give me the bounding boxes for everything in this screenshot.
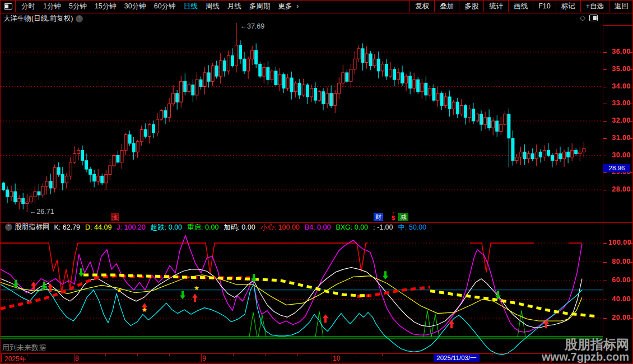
candle-up	[219, 60, 222, 76]
candle-down	[377, 59, 380, 71]
menu-item-11[interactable]: 更多	[278, 2, 292, 11]
candle-down	[531, 153, 534, 158]
candle-up	[160, 111, 163, 119]
diamond-icon[interactable]: ◇	[580, 13, 585, 22]
menu-item-5[interactable]: 30分钟	[124, 2, 146, 11]
candle-up	[251, 50, 254, 59]
sell-arrow-down	[13, 279, 18, 288]
indicator-chevron-icon[interactable]: ˇ	[5, 223, 12, 231]
yellow-ladder	[83, 275, 369, 296]
menu-item-7[interactable]: 日线	[184, 2, 198, 11]
candle-down	[547, 150, 550, 155]
candle-down	[385, 64, 388, 77]
candle-down	[290, 78, 293, 92]
price-label-35.00: 35.00	[608, 65, 631, 73]
indicator-value-5: 重启: 0.00	[187, 223, 218, 231]
candle-up	[34, 192, 36, 197]
menu-item-2[interactable]: 1分钟	[43, 2, 61, 11]
menu-right-item-6[interactable]: F10	[533, 1, 556, 12]
candle-down	[81, 150, 84, 160]
candle-up	[326, 94, 329, 104]
price-label-33.00: 33.00	[608, 99, 631, 107]
menu-item-4[interactable]: 15分钟	[95, 2, 117, 11]
time-tick-major	[332, 354, 332, 362]
candle-up	[302, 85, 305, 95]
page-title: 大洋生物(日线.前复权)	[3, 14, 73, 24]
indicator-value-3: J: 100.20	[117, 223, 145, 231]
time-axis-bar[interactable]: 2025年89102025/11/03/一	[1, 353, 552, 362]
candle-down	[567, 152, 570, 157]
dollar-up-badge[interactable]: ↑$	[392, 212, 395, 221]
candle-down	[488, 118, 491, 128]
candle-down	[255, 50, 258, 64]
green-spike	[431, 314, 439, 337]
candle-up	[69, 162, 72, 176]
layout-toggle-button[interactable]	[1, 1, 16, 12]
indicator-value-2: D: 44.09	[85, 223, 111, 231]
red-ladder	[1, 276, 250, 309]
price-tick	[603, 138, 607, 139]
menu-right-item-9[interactable]: 返回	[609, 1, 633, 12]
candle-up	[342, 73, 345, 83]
candle-down	[128, 135, 131, 143]
divider-under-menu	[1, 13, 633, 13]
menu-item-1[interactable]: 分时	[21, 2, 35, 11]
candle-up	[460, 105, 463, 114]
month-label-10: 10	[333, 354, 340, 362]
candle-up	[278, 74, 281, 85]
indicator-value-11: 中: 50.00	[398, 223, 427, 231]
event-badge-财[interactable]: 财	[374, 213, 383, 221]
price-tick	[603, 87, 607, 87]
menu-right-item-4[interactable]: 统计	[483, 1, 508, 12]
menu-right-item-3[interactable]: 多股	[459, 1, 483, 12]
xiaoxin-line	[1, 243, 367, 292]
candle-down	[496, 121, 499, 131]
candle-up	[45, 181, 48, 186]
chevron-down-icon[interactable]: ˇ	[76, 15, 83, 22]
candle-down	[330, 94, 333, 106]
panel-split-icon[interactable]	[589, 15, 598, 21]
price-tick	[603, 121, 607, 122]
time-tick-major	[74, 354, 75, 362]
candle-down	[207, 73, 210, 81]
candle-down	[393, 69, 395, 80]
event-badge-涨[interactable]: 涨	[111, 213, 119, 221]
menu-item-6[interactable]: 60分钟	[154, 2, 176, 11]
titlebar: 大洋生物(日线.前复权) ˇ	[3, 14, 83, 24]
candle-up	[515, 157, 518, 161]
price-tick	[603, 172, 607, 173]
candle-down	[152, 124, 155, 133]
menu-right-item-2[interactable]: 叠加	[434, 1, 459, 12]
menu-item-10[interactable]: 多周期	[249, 2, 271, 11]
menu-item-3[interactable]: 5分钟	[69, 2, 87, 11]
candle-up	[504, 114, 506, 124]
month-label-8: 8	[75, 354, 79, 362]
top-menubar: 分时1分钟5分钟15分钟30分钟60分钟日线周线月线多周期更多› 复权叠加多股统…	[1, 1, 633, 12]
candle-down	[480, 114, 483, 124]
indicator-label-80.00: 80.00	[608, 258, 631, 265]
candle-up	[73, 153, 76, 162]
menu-item-9[interactable]: 月线	[227, 2, 241, 11]
candle-up	[148, 124, 151, 137]
menu-right-item-1[interactable]: 复权	[409, 1, 434, 12]
sell-arrow-down	[251, 274, 257, 282]
menu-right-item-7[interactable]: 标记	[556, 1, 580, 12]
event-badge-减[interactable]: 减	[398, 213, 408, 221]
indicator-tick-right	[629, 281, 632, 281]
star-marker: ★	[194, 284, 199, 291]
sell-arrow-down	[78, 268, 84, 277]
sell-arrow-down	[495, 291, 501, 300]
low-annotation: ←26.71	[30, 208, 54, 216]
indicator-tick-right	[629, 318, 632, 319]
indicator-label-100.00: 100.00	[608, 239, 631, 246]
charts-canvas[interactable]: ←37.69←26.71★★★	[1, 1, 633, 364]
candle-down	[132, 143, 135, 152]
menu-right-item-5[interactable]: 画线	[508, 1, 533, 12]
candle-up	[286, 78, 289, 88]
buy-arrow-up	[31, 282, 36, 290]
menu-right-item-8[interactable]: +自选	[580, 1, 609, 12]
candle-up	[413, 80, 416, 88]
menu-item-8[interactable]: 周线	[206, 2, 220, 11]
candle-up	[563, 152, 566, 158]
indicator-tick	[603, 262, 607, 263]
